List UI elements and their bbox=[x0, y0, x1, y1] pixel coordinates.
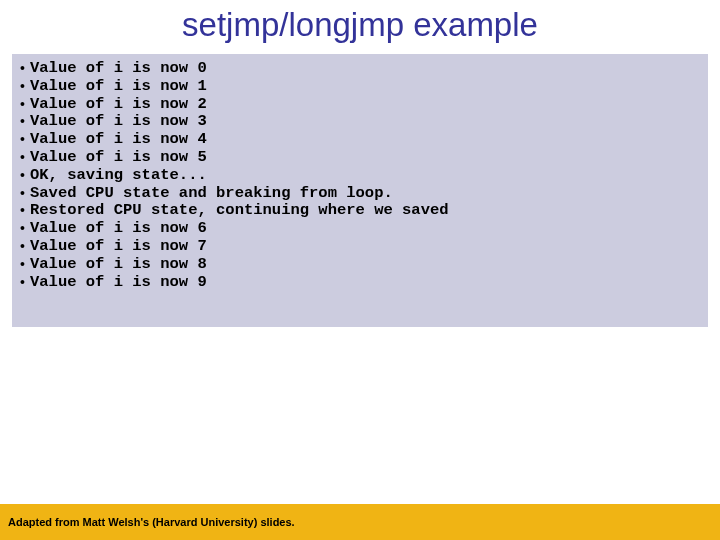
bullet-icon: • bbox=[18, 96, 30, 114]
code-line: • Value of i is now 8 bbox=[18, 256, 702, 274]
bullet-icon: • bbox=[18, 149, 30, 167]
footer-text: Adapted from Matt Welsh's (Harvard Unive… bbox=[8, 516, 295, 528]
code-text: Saved CPU state and breaking from loop. bbox=[30, 185, 393, 203]
bullet-icon: • bbox=[18, 220, 30, 238]
bullet-icon: • bbox=[18, 131, 30, 149]
code-line: • OK, saving state... bbox=[18, 167, 702, 185]
bullet-icon: • bbox=[18, 202, 30, 220]
code-line: • Restored CPU state, continuing where w… bbox=[18, 202, 702, 220]
code-text: Value of i is now 6 bbox=[30, 220, 207, 238]
bullet-icon: • bbox=[18, 256, 30, 274]
code-text: Value of i is now 3 bbox=[30, 113, 207, 131]
footer-bar: Adapted from Matt Welsh's (Harvard Unive… bbox=[0, 504, 720, 540]
bullet-icon: • bbox=[18, 274, 30, 292]
code-line: • Value of i is now 3 bbox=[18, 113, 702, 131]
code-text: Value of i is now 0 bbox=[30, 60, 207, 78]
bullet-icon: • bbox=[18, 60, 30, 78]
code-text: Value of i is now 4 bbox=[30, 131, 207, 149]
bullet-icon: • bbox=[18, 238, 30, 256]
bullet-icon: • bbox=[18, 185, 30, 203]
code-text: Value of i is now 9 bbox=[30, 274, 207, 292]
code-block: • Value of i is now 0 • Value of i is no… bbox=[12, 54, 708, 327]
code-text: Restored CPU state, continuing where we … bbox=[30, 202, 449, 220]
code-text: Value of i is now 7 bbox=[30, 238, 207, 256]
code-line: • Value of i is now 5 bbox=[18, 149, 702, 167]
code-line: • Value of i is now 7 bbox=[18, 238, 702, 256]
code-text: Value of i is now 2 bbox=[30, 96, 207, 114]
code-text: Value of i is now 5 bbox=[30, 149, 207, 167]
code-line: • Saved CPU state and breaking from loop… bbox=[18, 185, 702, 203]
bullet-icon: • bbox=[18, 113, 30, 131]
code-line: • Value of i is now 0 bbox=[18, 60, 702, 78]
bullet-icon: • bbox=[18, 78, 30, 96]
code-line: • Value of i is now 6 bbox=[18, 220, 702, 238]
slide-title: setjmp/longjmp example bbox=[0, 0, 720, 54]
slide: setjmp/longjmp example • Value of i is n… bbox=[0, 0, 720, 540]
code-text: OK, saving state... bbox=[30, 167, 207, 185]
code-line: • Value of i is now 1 bbox=[18, 78, 702, 96]
bullet-icon: • bbox=[18, 167, 30, 185]
code-line: • Value of i is now 9 bbox=[18, 274, 702, 292]
code-line: • Value of i is now 4 bbox=[18, 131, 702, 149]
code-line: • Value of i is now 2 bbox=[18, 96, 702, 114]
code-text: Value of i is now 8 bbox=[30, 256, 207, 274]
code-text: Value of i is now 1 bbox=[30, 78, 207, 96]
